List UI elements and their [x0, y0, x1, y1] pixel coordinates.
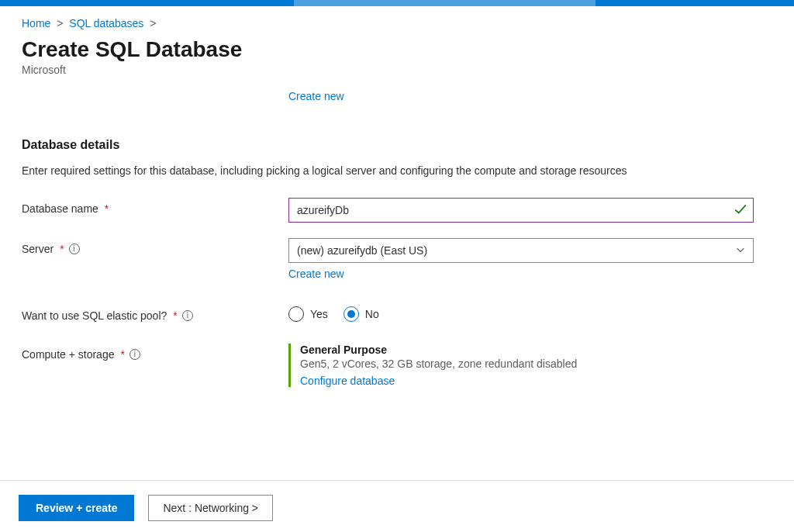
breadcrumb-home[interactable]: Home: [22, 17, 50, 29]
footer: Review + create Next : Networking >: [0, 484, 794, 532]
checkmark-icon: [734, 202, 747, 219]
next-networking-button[interactable]: Next : Networking >: [148, 495, 273, 521]
chevron-right-icon: >: [150, 17, 156, 29]
radio-label-no: No: [365, 308, 379, 320]
elastic-pool-label: Want to use SQL elastic pool?* i: [22, 305, 288, 322]
create-new-server-link[interactable]: Create new: [288, 268, 344, 280]
info-icon[interactable]: i: [69, 244, 80, 254]
required-asterisk: *: [173, 309, 177, 322]
section-description: Enter required settings for this databas…: [22, 163, 766, 179]
review-create-button[interactable]: Review + create: [19, 495, 134, 521]
required-asterisk: *: [60, 243, 64, 255]
required-asterisk: *: [105, 202, 109, 215]
compute-tier-title: General Purpose: [300, 344, 754, 356]
info-icon[interactable]: i: [129, 349, 140, 360]
server-select-value: (new) azureifydb (East US): [297, 244, 427, 257]
chevron-right-icon: >: [57, 17, 63, 29]
server-select[interactable]: (new) azureifydb (East US): [288, 238, 754, 263]
radio-label-yes: Yes: [310, 308, 328, 320]
server-label: Server* i: [22, 238, 288, 255]
top-progress-bar: [0, 0, 794, 6]
elastic-pool-radio-yes[interactable]: Yes: [288, 306, 328, 322]
required-asterisk: *: [120, 348, 124, 361]
info-icon[interactable]: i: [182, 310, 193, 321]
section-title: Database details: [22, 138, 772, 152]
page-subtitle: Microsoft: [22, 64, 772, 76]
footer-separator: [0, 480, 794, 481]
radio-icon: [343, 306, 359, 322]
radio-icon: [288, 306, 304, 322]
configure-database-link[interactable]: Configure database: [300, 375, 395, 387]
database-name-label: Database name*: [22, 198, 288, 215]
page-title: Create SQL Database: [22, 37, 772, 62]
breadcrumb-sql-databases[interactable]: SQL databases: [69, 17, 143, 29]
chevron-down-icon: [735, 244, 746, 257]
breadcrumb: Home > SQL databases >: [22, 17, 772, 29]
compute-storage-label: Compute + storage* i: [22, 344, 288, 361]
compute-tier-desc: Gen5, 2 vCores, 32 GB storage, zone redu…: [300, 358, 754, 370]
database-name-input[interactable]: [288, 198, 754, 223]
elastic-pool-radio-no[interactable]: No: [343, 306, 379, 322]
create-new-link-top[interactable]: Create new: [288, 90, 344, 102]
compute-storage-summary: General Purpose Gen5, 2 vCores, 32 GB st…: [288, 344, 754, 387]
